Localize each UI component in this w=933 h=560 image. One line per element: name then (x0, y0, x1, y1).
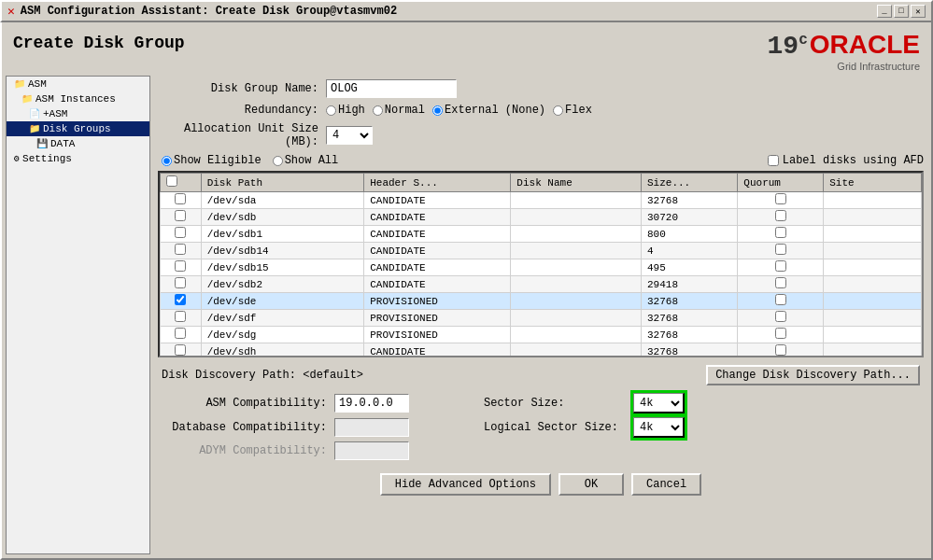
table-row[interactable]: /dev/sdb14 CANDIDATE 4 (161, 243, 922, 259)
radio-flex-input[interactable] (553, 105, 563, 116)
table-row[interactable]: /dev/sdh CANDIDATE 32768 (161, 343, 922, 358)
db-compat-input[interactable] (334, 418, 409, 437)
compat-grid: ASM Compatibility: Sector Size: 512 4k D… (162, 393, 920, 460)
disk-table-container: Disk Path Header S... Disk Name Size... … (158, 171, 924, 357)
row-checkbox-cell (161, 343, 202, 358)
row-quorum-checkbox[interactable] (775, 260, 786, 272)
radio-normal[interactable]: Normal (373, 104, 425, 117)
row-quorum-checkbox[interactable] (775, 328, 786, 339)
cancel-button[interactable]: Cancel (631, 473, 701, 496)
row-quorum-checkbox[interactable] (775, 193, 786, 204)
maximize-button[interactable]: □ (894, 5, 909, 18)
row-checkbox[interactable] (175, 244, 186, 255)
row-diskpath: /dev/sdf (201, 310, 364, 327)
row-diskname (511, 209, 642, 226)
hide-advanced-button[interactable]: Hide Advanced Options (380, 473, 551, 496)
row-site (824, 343, 922, 358)
sidebar-label-data: DATA (50, 138, 75, 149)
row-quorum-checkbox[interactable] (775, 210, 786, 221)
sector-size-label: Sector Size: (465, 397, 633, 410)
row-checkbox[interactable] (175, 294, 186, 305)
radio-normal-input[interactable] (373, 105, 383, 116)
row-diskname (511, 192, 642, 209)
logical-sector-size-label: Logical Sector Size: (465, 421, 633, 434)
table-row[interactable]: /dev/sdb1 CANDIDATE 800 (161, 226, 922, 243)
allocation-dropdown[interactable]: 4 1 2 8 16 32 64 (326, 126, 373, 145)
row-quorum-checkbox[interactable] (775, 294, 786, 305)
table-row[interactable]: /dev/sdb2 CANDIDATE 29418 (161, 276, 922, 293)
row-checkbox[interactable] (175, 311, 186, 322)
row-size: 30720 (641, 209, 737, 226)
disk-group-name-input[interactable] (326, 79, 457, 98)
row-checkbox[interactable] (175, 193, 186, 204)
oracle-logo: 19c ORACLE Grid Infrastructure (768, 30, 920, 72)
row-checkbox-cell (161, 259, 202, 276)
row-diskpath: /dev/sda (201, 192, 364, 209)
row-header-status: PROVISIONED (364, 310, 511, 327)
table-row[interactable]: /dev/sde PROVISIONED 32768 (161, 293, 922, 310)
row-diskname (511, 327, 642, 343)
row-checkbox[interactable] (175, 227, 186, 238)
leaf-icon: 📄 (29, 108, 40, 119)
main-window: Create Disk Group 19c ORACLE Grid Infras… (0, 22, 933, 560)
row-quorum-checkbox[interactable] (775, 227, 786, 238)
ok-button[interactable]: OK (558, 473, 624, 496)
col-header-site[interactable]: Site (824, 174, 922, 192)
adym-compat-input[interactable] (334, 441, 409, 460)
logical-sector-size-dropdown[interactable]: 512 4k (633, 417, 685, 438)
show-all-radio[interactable] (273, 156, 283, 166)
col-header-quorum[interactable]: Quorum (738, 174, 824, 192)
row-size: 32768 (641, 327, 737, 343)
sidebar-item-disk-groups[interactable]: 📁 Disk Groups (7, 121, 149, 136)
row-checkbox[interactable] (175, 328, 186, 339)
close-button[interactable]: ✕ (911, 5, 926, 18)
row-quorum-checkbox[interactable] (775, 311, 786, 322)
row-diskname (511, 293, 642, 310)
table-row[interactable]: /dev/sdb15 CANDIDATE 495 (161, 259, 922, 276)
row-quorum-checkbox[interactable] (775, 344, 786, 356)
table-row[interactable]: /dev/sdg PROVISIONED 32768 (161, 327, 922, 343)
show-eligible-radio[interactable] (162, 156, 172, 166)
sidebar-item-data[interactable]: 💾 DATA (7, 136, 149, 151)
row-quorum (738, 243, 824, 259)
radio-external[interactable]: External (None) (432, 104, 545, 117)
row-quorum-checkbox[interactable] (775, 244, 786, 255)
radio-high-input[interactable] (326, 105, 336, 116)
row-checkbox[interactable] (175, 210, 186, 221)
table-row[interactable]: /dev/sda CANDIDATE 32768 (161, 192, 922, 209)
row-header-status: CANDIDATE (364, 243, 511, 259)
row-site (824, 259, 922, 276)
sidebar-item-plus-asm[interactable]: 📄 +ASM (7, 106, 149, 121)
title-bar: ✕ ASM Configuration Assistant: Create Di… (0, 0, 933, 22)
sidebar-item-settings[interactable]: ⚙ Settings (7, 151, 149, 166)
show-eligible-option[interactable]: Show Eligible (162, 154, 262, 167)
row-checkbox[interactable] (175, 277, 186, 288)
sidebar-item-asm[interactable]: 📁 ASM (7, 77, 149, 91)
minimize-button[interactable]: _ (877, 5, 892, 18)
table-row[interactable]: /dev/sdf PROVISIONED 32768 (161, 310, 922, 327)
radio-external-input[interactable] (432, 105, 443, 116)
col-header-size[interactable]: Size... (641, 174, 737, 192)
row-quorum-checkbox[interactable] (775, 277, 786, 288)
afd-checkbox[interactable] (768, 155, 779, 166)
row-diskpath: /dev/sdb14 (201, 243, 364, 259)
col-header-check (161, 174, 202, 192)
col-header-diskname[interactable]: Disk Name (511, 174, 642, 192)
row-checkbox[interactable] (175, 260, 186, 272)
sidebar-item-asm-instances[interactable]: 📁 ASM Instances (7, 91, 149, 106)
radio-flex[interactable]: Flex (553, 104, 592, 117)
select-all-checkbox[interactable] (166, 175, 177, 187)
change-discovery-button[interactable]: Change Disk Discovery Path... (706, 365, 920, 385)
row-quorum (738, 276, 824, 293)
row-size: 32768 (641, 293, 737, 310)
asm-compat-input[interactable] (334, 394, 409, 413)
show-all-option[interactable]: Show All (273, 154, 339, 167)
row-checkbox-cell (161, 209, 202, 226)
sector-size-dropdown[interactable]: 512 4k (633, 393, 685, 413)
table-row[interactable]: /dev/sdb CANDIDATE 30720 (161, 209, 922, 226)
radio-high[interactable]: High (326, 104, 365, 117)
col-header-status[interactable]: Header S... (364, 174, 511, 192)
row-checkbox[interactable] (175, 344, 186, 356)
disk-icon: 💾 (36, 138, 48, 149)
col-header-diskpath[interactable]: Disk Path (201, 174, 364, 192)
